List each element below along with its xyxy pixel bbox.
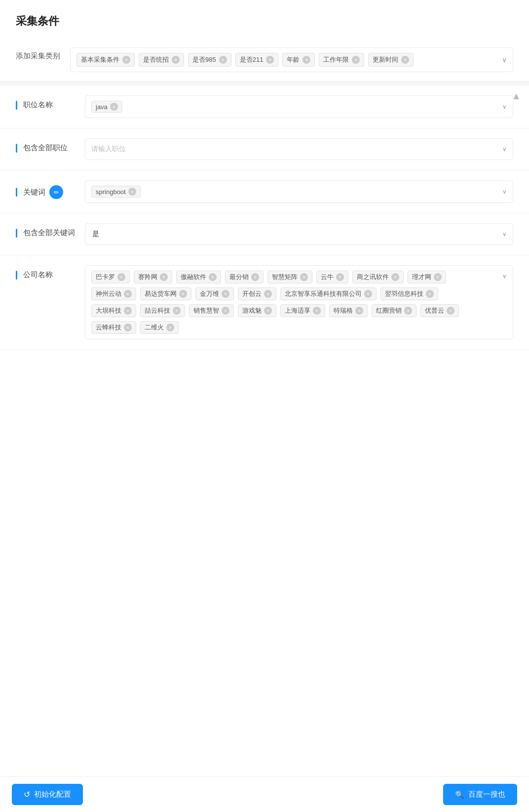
tag-yidahuoche[interactable]: 易达货车网× — [140, 287, 191, 300]
tag-close-zuifenxiao[interactable]: × — [251, 273, 259, 281]
tag-yunniu[interactable]: 云牛× — [316, 271, 348, 284]
tag-985[interactable]: 是否985 × — [188, 53, 231, 67]
include-all-jobs-arrow[interactable]: ∨ — [502, 146, 507, 153]
job-title-input[interactable]: java × ∨ — [85, 95, 513, 118]
tag-java[interactable]: java × — [91, 101, 122, 113]
tag-close-workyear[interactable]: × — [352, 56, 360, 64]
form-row-job-title: 职位名称 java × ∨ — [0, 85, 529, 128]
page-title: 采集条件 — [0, 0, 529, 39]
tag-211[interactable]: 是否211 × — [235, 53, 279, 67]
tag-close-cuiyu[interactable]: × — [426, 290, 434, 298]
tag-close-aorong[interactable]: × — [209, 273, 217, 281]
tag-workyear[interactable]: 工作年限 × — [319, 53, 364, 67]
tag-bakaro[interactable]: 巴卡罗× — [91, 271, 130, 284]
tag-hongquan[interactable]: 红圈营销× — [372, 304, 416, 317]
include-all-jobs-placeholder: 请输入职位 — [91, 145, 126, 154]
tag-updatetime[interactable]: 更新时间 × — [368, 53, 414, 67]
tag-shanghaisixiang[interactable]: 上海适享× — [280, 304, 325, 317]
tag-youximei[interactable]: 游戏魅× — [238, 304, 276, 317]
tag-close-jinwanwei[interactable]: × — [222, 290, 229, 298]
tag-close-zheyun[interactable]: × — [173, 307, 181, 315]
tag-close-basic[interactable]: × — [122, 56, 130, 64]
tag-cuiyu[interactable]: 翌羽信息科技× — [380, 287, 438, 300]
tag-sailingnet[interactable]: 赛羚网× — [134, 271, 172, 284]
tag-youpuyun[interactable]: 优普云× — [420, 304, 459, 317]
tag-dabake[interactable]: 大坝科技× — [91, 304, 136, 317]
tag-close-dabake[interactable]: × — [124, 307, 132, 315]
init-config-button[interactable]: ↺ 初始化配置 — [12, 784, 83, 805]
tag-age[interactable]: 年龄 × — [282, 53, 315, 67]
company-name-input-area: 巴卡罗× 赛羚网× 傲融软件× 最分销× 智慧矩阵× 云牛× 商之讯软件× 理才… — [85, 265, 513, 339]
tag-kaichuangyun[interactable]: 开创云× — [238, 287, 276, 300]
tag-close-erweihua[interactable]: × — [166, 324, 174, 331]
refresh-icon: ↺ — [24, 790, 30, 799]
keywords-arrow[interactable]: ∨ — [502, 188, 507, 195]
include-all-jobs-input-area: 请输入职位 ∨ — [85, 138, 513, 160]
tag-close-java[interactable]: × — [110, 103, 118, 111]
tag-close-youpuyun[interactable]: × — [447, 307, 454, 315]
tag-close-xiaoshoihuizhi[interactable]: × — [222, 307, 229, 315]
tag-licaiwang[interactable]: 理才网× — [408, 271, 446, 284]
bottom-bar: ↺ 初始化配置 🔍 百度一搜也 — [0, 776, 529, 812]
tag-close-kaichuangyun[interactable]: × — [264, 290, 272, 298]
tag-close-springboot[interactable]: × — [128, 188, 136, 196]
tag-zheyun[interactable]: 喆云科技× — [140, 304, 185, 317]
search-icon: 🔍 — [455, 790, 464, 799]
tag-shangzhixun[interactable]: 商之讯软件× — [352, 271, 404, 284]
tag-close-yidahuoche[interactable]: × — [179, 290, 187, 298]
include-all-keywords-value: 是 — [92, 230, 99, 239]
company-tags-container[interactable]: 巴卡罗× 赛羚网× 傲融软件× 最分销× 智慧矩阵× 云牛× 商之讯软件× 理才… — [85, 265, 513, 339]
tag-close-shanghaisixiang[interactable]: × — [313, 307, 321, 315]
tag-close-211[interactable]: × — [266, 56, 274, 64]
tag-close-sailingnet[interactable]: × — [160, 273, 168, 281]
include-all-keywords-label: 包含全部关键词 — [16, 223, 85, 238]
tag-close-beijing-zhixiang[interactable]: × — [364, 290, 372, 298]
tag-close-yunfengkeji[interactable]: × — [124, 324, 132, 331]
job-title-arrow[interactable]: ∨ — [502, 103, 507, 110]
form-row-include-all-jobs: 包含全部职位 请输入职位 ∨ — [0, 128, 529, 170]
tag-springboot[interactable]: springboot × — [91, 186, 141, 198]
tag-close-yunniu[interactable]: × — [336, 273, 344, 281]
form-row-include-all-keywords: 包含全部关键词 是 ∨ — [0, 213, 529, 255]
collect-dropdown-arrow[interactable]: ∨ — [502, 56, 507, 64]
keywords-input-area: springboot × ∨ — [85, 180, 513, 203]
include-all-keywords-select[interactable]: 是 ∨ — [85, 223, 513, 245]
tag-close-hongquan[interactable]: × — [404, 307, 412, 315]
tag-close-bakaro[interactable]: × — [117, 273, 125, 281]
tag-close-teruige[interactable]: × — [355, 307, 363, 315]
tag-close-shenzhouyundong[interactable]: × — [124, 290, 132, 298]
include-all-jobs-label: 包含全部职位 — [16, 138, 85, 153]
tag-unified[interactable]: 是否统招 × — [139, 53, 184, 67]
tag-shenzhouyundong[interactable]: 神州云动× — [91, 287, 136, 300]
form-section: 职位名称 java × ∨ 包含全部职位 请输入职位 ∨ 关键词 ✏ — [0, 85, 529, 350]
tag-close-unified[interactable]: × — [172, 56, 180, 64]
keywords-input[interactable]: springboot × ∨ — [85, 180, 513, 203]
collect-tags-container[interactable]: 基本采集条件 × 是否统招 × 是否985 × 是否211 × 年龄 × 工作年… — [70, 47, 513, 72]
company-dropdown-arrow[interactable]: ∨ — [502, 273, 507, 280]
tag-close-zhihuijuzhen[interactable]: × — [300, 273, 308, 281]
tag-zhihuijuzhen[interactable]: 智慧矩阵× — [267, 271, 312, 284]
tag-teruige[interactable]: 特瑞格× — [329, 304, 368, 317]
tag-close-updatetime[interactable]: × — [401, 56, 409, 64]
keywords-edit-icon[interactable]: ✏ — [49, 185, 63, 199]
include-all-keywords-arrow[interactable]: ∨ — [502, 231, 507, 238]
tag-close-age[interactable]: × — [302, 56, 310, 64]
tag-close-youximei[interactable]: × — [264, 307, 272, 315]
tag-close-985[interactable]: × — [219, 56, 227, 64]
job-title-input-area: java × ∨ — [85, 95, 513, 118]
tag-basic[interactable]: 基本采集条件 × — [76, 53, 135, 67]
tag-erweihua[interactable]: 二维火× — [140, 321, 179, 334]
tag-close-shangzhixun[interactable]: × — [391, 273, 399, 281]
collect-label: 添加采集类别 — [16, 47, 70, 61]
tag-jinwanwei[interactable]: 金万维× — [195, 287, 234, 300]
tag-beijing-zhixiang[interactable]: 北京智享乐通科技有限公司× — [280, 287, 377, 300]
tag-xiaoshoihuizhi[interactable]: 销售慧智× — [189, 304, 234, 317]
tag-zuifenxiao[interactable]: 最分销× — [225, 271, 264, 284]
tag-yunfengkeji[interactable]: 云蜂科技× — [91, 321, 136, 334]
divider — [0, 81, 529, 85]
tag-aorong[interactable]: 傲融软件× — [176, 271, 221, 284]
search-button[interactable]: 🔍 百度一搜也 — [443, 784, 517, 805]
tag-close-licaiwang[interactable]: × — [434, 273, 442, 281]
init-config-label: 初始化配置 — [34, 790, 71, 799]
include-all-jobs-input[interactable]: 请输入职位 ∨ — [85, 138, 513, 160]
